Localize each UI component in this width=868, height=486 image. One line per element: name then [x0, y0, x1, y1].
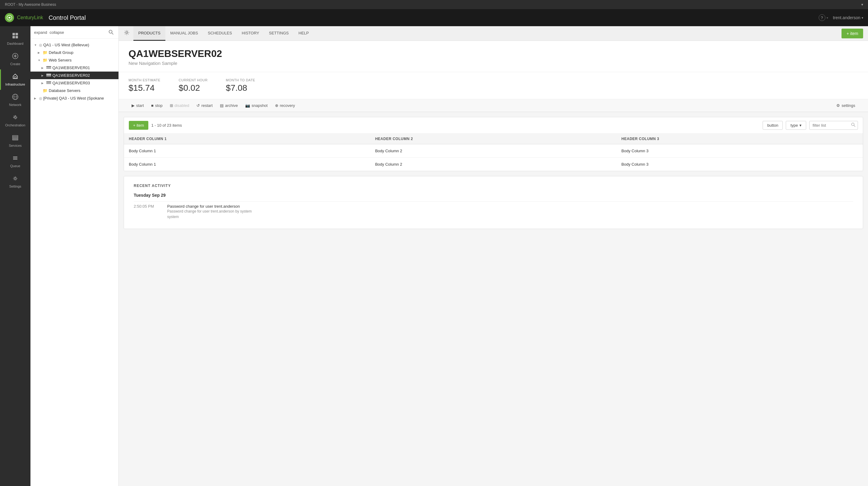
activity-content: Password change for user trent.anderson … [167, 204, 252, 219]
tabs-container: PRODUCTSMANUAL JOBSSCHEDULESHISTORYSETTI… [133, 26, 314, 40]
sidebar-item-infrastructure[interactable]: Infrastructure [0, 69, 30, 90]
add-item-button[interactable]: + item [841, 29, 863, 38]
tree-item-qa1webserver01[interactable]: ▶ QA1WEBSERVER01 [30, 64, 119, 71]
filter-search-icon [851, 123, 856, 128]
add-item-button-2[interactable]: + item [129, 121, 148, 130]
tab-schedules[interactable]: SCHEDULES [203, 26, 237, 41]
logo-text: CenturyLink [17, 15, 43, 21]
table-cell: Body Column 2 [370, 158, 617, 171]
server-icon [46, 66, 51, 70]
help-chevron: ▾ [827, 16, 828, 20]
server-icon [46, 81, 51, 85]
type-chevron: ▾ [800, 123, 802, 128]
table-head: HEADER COLUMN 1 HEADER COLUMN 2 HEADER C… [124, 134, 863, 144]
svg-rect-27 [46, 83, 51, 84]
svg-rect-1 [12, 33, 15, 35]
sidebar-item-dashboard[interactable]: Dashboard [0, 29, 30, 49]
items-count: 1 - 10 of 23 items [151, 123, 760, 128]
user-button[interactable]: trent.anderson ▾ [833, 15, 863, 20]
expand-link[interactable]: expand [34, 30, 47, 35]
tree-toggle-private-qa3: ▶ [34, 97, 38, 100]
stop-button[interactable]: ■ stop [148, 102, 165, 109]
sidebar-item-services[interactable]: Services [0, 131, 30, 151]
month-to-date: MONTH TO DATE $7.08 [226, 78, 255, 93]
sidebar-item-create[interactable]: Create [0, 49, 30, 69]
svg-rect-23 [46, 68, 51, 69]
right-panel: PRODUCTSMANUAL JOBSSCHEDULESHISTORYSETTI… [119, 26, 868, 486]
table-row: Body Column 1Body Column 2Body Column 3 [124, 158, 863, 171]
dashboard-nav-label: Dashboard [7, 42, 24, 45]
table-cell: Body Column 3 [616, 144, 863, 158]
svg-rect-26 [46, 81, 51, 83]
tree-label-default-group: Default Group [49, 50, 73, 55]
type-label: type [790, 123, 798, 128]
circle-icon: ◎ [39, 96, 42, 100]
month-estimate-value: $15.74 [128, 83, 160, 93]
settings-nav-label: Settings [9, 185, 21, 188]
tree-item-qa1[interactable]: ▼ ◎ QA1 - US West (Bellevue) [30, 41, 119, 49]
sidebar-item-settings[interactable]: Settings [0, 171, 30, 192]
svg-point-29 [851, 123, 854, 126]
svg-rect-4 [16, 36, 18, 38]
items-toolbar: + item 1 - 10 of 23 items button type ▾ [124, 117, 863, 134]
tree-item-web-servers[interactable]: ▼ 📁 Web Servers [30, 56, 119, 64]
help-button[interactable]: ? ▾ [819, 14, 828, 21]
tree-item-qa1webserver03[interactable]: ▶ QA1WEBSERVER03 [30, 79, 119, 87]
sidebar-search-icon[interactable] [107, 29, 115, 36]
sidebar-item-queue[interactable]: Queue [0, 151, 30, 171]
settings-button[interactable]: ⚙ settings [833, 102, 858, 109]
settings-icon: ⚙ [836, 103, 840, 108]
network-nav-label: Network [9, 103, 21, 106]
tab-help[interactable]: HELP [293, 26, 314, 41]
tab-products[interactable]: PRODUCTS [133, 26, 165, 41]
tree-item-qa1webserver02[interactable]: ▶ QA1WEBSERVER02 [30, 71, 119, 79]
activity-sub: Password change for user trent.anderson … [167, 209, 252, 214]
top-bar-title: ROOT - My Awesome Business [5, 2, 56, 7]
start-button[interactable]: ▶ start [128, 102, 147, 109]
network-nav-icon [12, 94, 19, 102]
tab-bar: PRODUCTSMANUAL JOBSSCHEDULESHISTORYSETTI… [119, 26, 868, 41]
user-name: trent.anderson [833, 15, 860, 20]
recovery-button[interactable]: ⊕ recovery [272, 102, 298, 109]
snapshot-button[interactable]: 📷 snapshot [242, 102, 271, 109]
sidebar-item-network[interactable]: Network [0, 90, 30, 110]
items-type-dropdown[interactable]: type ▾ [786, 121, 806, 130]
items-button[interactable]: button [763, 121, 783, 130]
svg-rect-14 [12, 137, 18, 138]
table-body: Body Column 1Body Column 2Body Column 3B… [124, 144, 863, 171]
svg-rect-25 [46, 75, 51, 76]
svg-rect-2 [16, 33, 18, 35]
tab-settings[interactable]: SETTINGS [264, 26, 293, 41]
svg-line-30 [854, 126, 855, 127]
filter-input[interactable] [809, 121, 858, 130]
billing-row: MONTH ESTIMATE $15.74 CURRENT HOUR $0.02… [119, 72, 868, 99]
server-icon [46, 74, 51, 77]
svg-line-21 [112, 33, 113, 34]
archive-button[interactable]: ▤ archive [217, 102, 241, 109]
server-subtitle: New Navigation Sample [128, 61, 858, 66]
restart-button[interactable]: ↺ restart [193, 102, 216, 109]
sidebar-toolbar: expand collapse [30, 26, 119, 39]
services-nav-label: Services [9, 144, 22, 148]
top-bar-chevron[interactable]: ▾ [861, 2, 863, 7]
tab-manual-jobs[interactable]: MANUAL JOBS [165, 26, 203, 41]
recent-activity: RECENT ACTIVITY Tuesday Sep 29 2:50:05 P… [124, 176, 863, 229]
sidebar-item-orchestration[interactable]: Orchestration [0, 110, 30, 131]
sidebar-tree: ▼ ◎ QA1 - US West (Bellevue) ▶ 📁 Default… [30, 39, 119, 486]
svg-rect-3 [12, 36, 15, 38]
tree-item-private-qa3[interactable]: ▶ ◎ [Private] QA3 - US West (Spokane [30, 94, 119, 102]
infrastructure-nav-label: Infrastructure [5, 83, 25, 86]
centurylink-logo-icon [5, 13, 14, 22]
table-cell: Body Column 1 [124, 144, 370, 158]
orchestration-nav-icon [12, 114, 19, 122]
collapse-link[interactable]: collapse [50, 30, 64, 35]
table-cell: Body Column 3 [616, 158, 863, 171]
tree-toggle-qa1webserver01: ▶ [41, 66, 45, 69]
tree-toggle-qa1: ▼ [34, 43, 38, 46]
tree-item-default-group[interactable]: ▶ 📁 Default Group [30, 49, 119, 56]
settings-nav-icon [12, 175, 19, 183]
tree-toggle-qa1webserver02: ▶ [41, 74, 45, 77]
tree-item-database-servers[interactable]: 📁 Database Servers [30, 87, 119, 94]
activity-date: Tuesday Sep 29 [134, 193, 853, 198]
tab-history[interactable]: HISTORY [237, 26, 264, 41]
